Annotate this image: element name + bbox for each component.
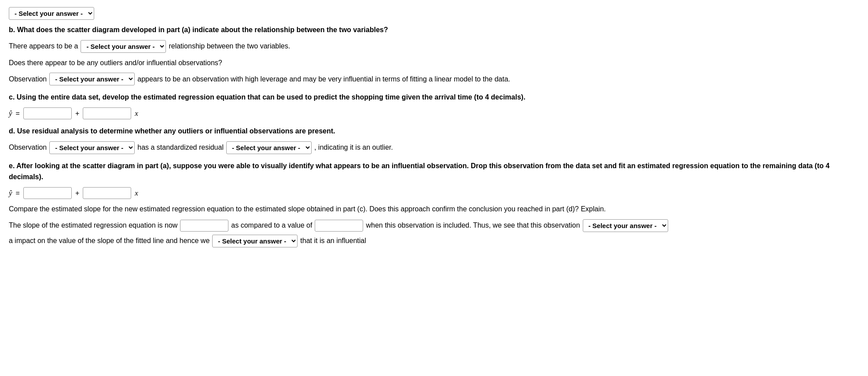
part-c-label: c. Using the entire data set, develop th… xyxy=(9,92,859,103)
part-e-slope-text1: The slope of the estimated regression eq… xyxy=(9,220,177,231)
part-d-observation-select[interactable]: - Select your answer - a b c d e xyxy=(49,141,135,154)
part-c-plus: + xyxy=(75,108,79,119)
part-e-new-slope-input[interactable] xyxy=(180,220,228,232)
part-d-label: d. Use residual analysis to determine wh… xyxy=(9,125,859,137)
part-b-relationship-row: There appears to be a - Select your answ… xyxy=(9,40,859,53)
part-c-slope-input[interactable] xyxy=(83,107,131,119)
part-b-obs-text2: appears to be an observation with high l… xyxy=(137,74,510,85)
part-b-question: b. What does the scatter diagram develop… xyxy=(9,24,859,36)
part-b-outlier-question: Does there appear to be any outliers and… xyxy=(9,57,859,69)
part-d-row: Observation - Select your answer - a b c… xyxy=(9,141,859,154)
part-e-x: x xyxy=(135,187,138,199)
part-b-section: b. What does the scatter diagram develop… xyxy=(9,24,859,85)
part-b-text1: There appears to be a xyxy=(9,41,78,52)
part-d-text3: , indicating it is an outlier. xyxy=(314,142,393,153)
part-e-slope-row: The slope of the estimated regression eq… xyxy=(9,219,859,247)
part-a-select[interactable]: - Select your answer - positive negative… xyxy=(9,7,94,20)
part-b-text2: relationship between the two variables. xyxy=(169,41,290,52)
part-c-yhat: ŷ xyxy=(9,107,12,119)
part-c-section: c. Using the entire data set, develop th… xyxy=(9,92,859,119)
part-e-equals: = xyxy=(16,188,20,199)
part-e-slope-input[interactable] xyxy=(83,187,131,199)
part-e-conclude-select[interactable]: - Select your answer - can conclude cann… xyxy=(212,235,298,247)
part-e-compare-text: Compare the estimated slope for the new … xyxy=(9,203,859,215)
part-e-slope-text5: that it is an influential xyxy=(300,235,366,247)
part-a-section: - Select your answer - positive negative… xyxy=(9,7,859,20)
part-e-slope-text3: when this observation is included. Thus,… xyxy=(366,220,580,231)
part-e-plus: + xyxy=(75,188,79,199)
part-e-intercept-input[interactable] xyxy=(23,187,72,199)
part-e-section: e. After looking at the scatter diagram … xyxy=(9,160,859,247)
part-e-slope-text4: a impact on the value of the slope of th… xyxy=(9,235,210,247)
part-b-obs-text1: Observation xyxy=(9,74,47,85)
part-e-slope-text2: as compared to a value of xyxy=(231,220,312,231)
part-d-residual-select[interactable]: - Select your answer - greater than +2 l… xyxy=(226,141,312,154)
part-c-equals: = xyxy=(16,108,20,119)
part-d-text2: has a standardized residual xyxy=(137,142,224,153)
part-d-text1: Observation xyxy=(9,142,47,153)
part-b-observation-select[interactable]: - Select your answer - a b c d e xyxy=(49,73,135,85)
part-d-section: d. Use residual analysis to determine wh… xyxy=(9,125,859,154)
part-c-equation: ŷ = + x xyxy=(9,107,859,119)
part-e-label: e. After looking at the scatter diagram … xyxy=(9,160,859,183)
part-c-intercept-input[interactable] xyxy=(23,107,72,119)
part-e-old-slope-input[interactable] xyxy=(315,220,363,232)
part-b-relationship-select[interactable]: - Select your answer - positive negative… xyxy=(81,40,166,53)
part-e-impact-select[interactable]: - Select your answer - had did not have xyxy=(583,219,668,232)
part-b-observation-row: Observation - Select your answer - a b c… xyxy=(9,73,859,85)
part-e-yhat: ŷ xyxy=(9,187,12,199)
part-c-x: x xyxy=(135,107,138,119)
part-e-equation: ŷ = + x xyxy=(9,187,859,199)
